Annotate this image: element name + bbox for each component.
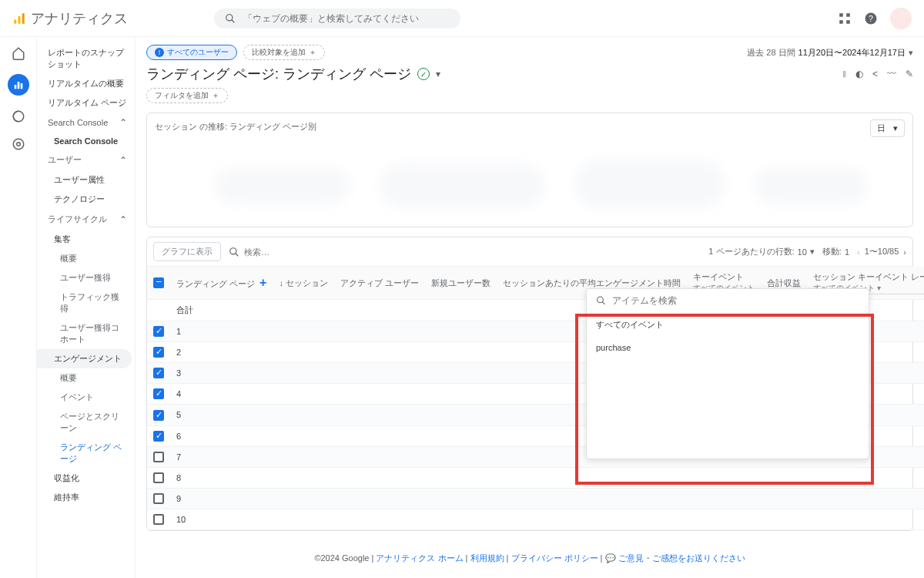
col-sessions[interactable]: ↓ セッション — [273, 267, 334, 300]
row-label: 合計 — [170, 300, 273, 321]
edit-icon[interactable]: ✎ — [906, 69, 913, 79]
verified-icon: ✓ — [417, 68, 430, 80]
svg-rect-8 — [846, 20, 850, 24]
rows-per-page[interactable]: 1 ページあたりの行数: 10 ▾ — [708, 246, 814, 257]
explore-icon[interactable] — [12, 109, 25, 123]
svg-text:?: ? — [869, 13, 873, 22]
ads-icon[interactable] — [12, 137, 25, 151]
sidebar-item-pages[interactable]: ページとスクリーン — [37, 407, 135, 438]
footer-link-tos[interactable]: 利用規約 — [470, 553, 504, 563]
table-row[interactable]: 9 — [147, 488, 924, 509]
dropdown-item-purchase[interactable]: purchase — [587, 337, 869, 358]
page-header: ! すべてのユーザー 比較対象を追加 ＋ 過去 28 日間 11月20日〜202… — [136, 37, 924, 108]
row-checkbox[interactable] — [153, 493, 164, 504]
sidebar-item-retention[interactable]: 維持率 — [37, 488, 135, 507]
trend-icon[interactable]: 〰 — [887, 69, 896, 79]
col-landing[interactable]: ランディング ページ+ — [170, 267, 273, 300]
row-checkbox[interactable] — [153, 472, 164, 483]
row-checkbox[interactable] — [153, 347, 164, 358]
avatar[interactable] — [890, 8, 912, 29]
sidebar-section-user[interactable]: ユーザー⌃ — [37, 150, 135, 170]
plus-icon: ＋ — [309, 47, 316, 58]
row-checkbox[interactable] — [153, 452, 164, 462]
sidebar-item-monetize[interactable]: 収益化 — [37, 469, 135, 488]
svg-point-17 — [230, 247, 236, 254]
share-icon[interactable]: < — [872, 69, 878, 79]
row-checkbox[interactable] — [153, 410, 164, 421]
svg-point-3 — [226, 14, 233, 20]
table-search[interactable] — [229, 247, 429, 257]
chip-add-filter[interactable]: フィルタを追加 ＋ — [146, 88, 228, 103]
select-all-checkbox[interactable] — [153, 277, 164, 288]
footer-link-privacy[interactable]: プライバシー ポリシー — [511, 553, 598, 563]
help-icon[interactable]: ? — [864, 12, 878, 25]
sidebar-section-lifecycle[interactable]: ライフサイクル⌃ — [37, 209, 135, 230]
svg-rect-1 — [18, 16, 21, 24]
apps-icon[interactable] — [838, 12, 852, 25]
insights-icon[interactable]: ◐ — [855, 69, 863, 79]
reports-icon[interactable] — [8, 74, 29, 96]
row-label: 2 — [170, 342, 273, 363]
sidebar-item-engagement[interactable]: エンゲージメント — [37, 349, 132, 368]
sidebar-item-eng-summary[interactable]: 概要 — [37, 368, 135, 388]
goto-page[interactable]: 移動: 1 — [822, 246, 849, 257]
sidebar-item-events[interactable]: イベント — [37, 388, 135, 407]
sidebar-item-realtime-page[interactable]: リアルタイム ページ — [37, 93, 135, 113]
footer: ©2024 Google | アナリティクス ホーム | 利用規約 | プライバ… — [136, 539, 924, 578]
chip-add-compare[interactable]: 比較対象を追加 ＋ — [243, 45, 325, 60]
topbar: アナリティクス ? — [0, 0, 924, 37]
chip-all-users[interactable]: ! すべてのユーザー — [146, 45, 237, 60]
footer-link-feedback[interactable]: ご意見・ご感想をお送りください — [618, 553, 745, 563]
brand-text: アナリティクス — [31, 9, 128, 28]
chart-title: セッション の推移: ランディング ページ別 — [155, 121, 905, 133]
global-search-input[interactable] — [243, 13, 444, 24]
sidebar-item-acq-summary[interactable]: 概要 — [37, 249, 135, 268]
key-event-dropdown: すべてのイベント purchase — [586, 288, 869, 459]
dropdown-search-input[interactable] — [612, 295, 859, 306]
left-rail — [0, 37, 37, 578]
prev-page-button[interactable]: ‹ — [857, 247, 860, 257]
footer-link-home[interactable]: アナリティクス ホーム — [376, 553, 463, 563]
svg-line-4 — [232, 19, 235, 22]
table-card: グラフに表示 1 ページあたりの行数: 10 ▾ 移動: 1 ‹ 1〜1 — [146, 237, 913, 531]
global-search[interactable] — [214, 8, 460, 29]
analytics-logo-icon — [12, 12, 26, 25]
sidebar-item-user-attr[interactable]: ユーザー属性 — [37, 170, 135, 190]
chart-granularity-select[interactable]: 日 ▾ — [870, 119, 905, 137]
home-icon[interactable] — [12, 46, 25, 60]
sidebar-item-snapshot[interactable]: レポートのスナップショット — [37, 43, 135, 74]
sidebar-item-tech[interactable]: テクノロジー — [37, 190, 135, 209]
row-label: 8 — [170, 467, 273, 488]
col-active-users[interactable]: アクティブ ユーザー — [334, 267, 425, 300]
sidebar-item-traffic-acq[interactable]: トラフィック獲得 — [37, 287, 135, 318]
sidebar-item-search-console[interactable]: Search Console — [37, 133, 135, 150]
row-checkbox[interactable] — [153, 368, 164, 378]
table-row[interactable]: 10 — [147, 509, 924, 529]
table-search-input[interactable] — [244, 247, 350, 257]
logo[interactable]: アナリティクス — [12, 9, 128, 28]
sidebar-section-search-console[interactable]: Search Console⌃ — [37, 113, 135, 133]
sidebar-item-realtime-summary[interactable]: リアルタイムの概要 — [37, 74, 135, 93]
sidebar-item-acquisition[interactable]: 集客 — [37, 230, 135, 249]
row-checkbox[interactable] — [153, 514, 164, 525]
page-range: 1〜10/85 — [865, 246, 899, 257]
row-checkbox[interactable] — [153, 326, 164, 337]
table-toolbar: グラフに表示 1 ページあたりの行数: 10 ▾ 移動: 1 ‹ 1〜1 — [147, 237, 912, 267]
next-page-button[interactable]: › — [903, 247, 906, 257]
page-actions: ⫴ ◐ < 〰 ✎ — [842, 69, 913, 79]
row-checkbox[interactable] — [153, 431, 164, 442]
sidebar-item-landing[interactable]: ランディング ページ — [37, 438, 135, 469]
sidebar-item-user-acq[interactable]: ユーザー獲得 — [37, 268, 135, 287]
date-range-picker[interactable]: 過去 28 日間 11月20日〜2024年12月17日 ▾ — [747, 47, 913, 59]
sidebar-item-user-cohort[interactable]: ユーザー獲得コホート — [37, 318, 135, 349]
row-checkbox[interactable] — [153, 388, 164, 399]
chevron-down-icon[interactable]: ▾ — [436, 69, 440, 79]
col-new-users[interactable]: 新規ユーザー数 — [425, 267, 497, 300]
add-dimension-button[interactable]: + — [259, 276, 266, 289]
table-row[interactable]: 8 — [147, 467, 924, 488]
dropdown-item-all-events[interactable]: すべてのイベント — [587, 313, 869, 337]
svg-line-18 — [236, 253, 239, 256]
compare-icon[interactable]: ⫴ — [842, 69, 846, 79]
dropdown-search[interactable] — [587, 289, 869, 313]
show-in-graph-button[interactable]: グラフに表示 — [153, 242, 221, 261]
